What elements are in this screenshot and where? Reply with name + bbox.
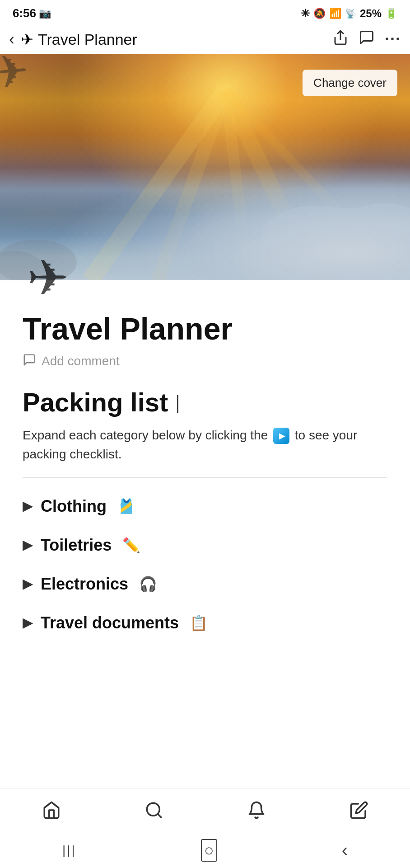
category-list: ▶ Clothing 🎽 ▶ Toiletries ✏️ ▶ Electroni…: [23, 487, 387, 642]
page-emoji-icon: ✈: [27, 253, 410, 303]
travel-docs-emoji: 📋: [190, 614, 208, 632]
cursor-indicator: [177, 395, 178, 413]
bluetooth-icon: ✳: [301, 7, 310, 20]
page-main-title: Travel Planner: [23, 312, 387, 346]
camera-icon: 📷: [39, 8, 51, 19]
clothing-arrow-icon: ▶: [23, 499, 33, 514]
status-icons: ✳ 🔕 📶 📡 25% 🔋: [301, 7, 397, 20]
category-item-toiletries[interactable]: ▶ Toiletries ✏️: [23, 526, 387, 565]
time-display: 6:56: [13, 6, 36, 20]
packing-list-title-text: Packing list: [23, 387, 168, 417]
status-time: 6:56 📷: [13, 6, 51, 20]
category-item-travel-documents[interactable]: ▶ Travel documents 📋: [23, 604, 387, 642]
nav-edit-button[interactable]: [345, 797, 373, 824]
system-nav: ||| ○ ‹: [0, 832, 410, 868]
page-content-area: ✈ Travel Planner Add comment Packing lis…: [0, 280, 410, 660]
toiletries-arrow-icon: ▶: [23, 538, 33, 552]
svg-line-1: [90, 90, 226, 280]
nav-plane-icon: ✈: [21, 30, 33, 48]
packing-list-description: Expand each category below by clicking t…: [23, 426, 387, 464]
share-button[interactable]: [332, 29, 349, 49]
clothing-label: Clothing: [41, 497, 107, 516]
main-content: Travel Planner Add comment Packing list …: [0, 303, 410, 660]
play-icon: [273, 428, 289, 444]
mute-icon: 🔕: [313, 8, 326, 19]
nav-actions: ···: [332, 29, 401, 49]
svg-point-8: [339, 203, 410, 258]
add-comment-row[interactable]: Add comment: [23, 353, 387, 370]
electronics-arrow-icon: ▶: [23, 576, 33, 591]
battery-percent: 25%: [360, 7, 382, 20]
back-button[interactable]: ‹: [9, 31, 14, 47]
svg-line-15: [158, 814, 161, 817]
back-system-button[interactable]: ‹: [342, 840, 348, 860]
packing-list-title: Packing list: [23, 388, 387, 417]
nav-home-button[interactable]: [38, 797, 65, 824]
more-options-button[interactable]: ···: [385, 30, 401, 49]
add-comment-icon: [23, 353, 36, 370]
cover-image: ✈ Change cover: [0, 54, 410, 280]
svg-line-2: [158, 90, 226, 280]
category-item-clothing[interactable]: ▶ Clothing 🎽: [23, 487, 387, 526]
recent-apps-button[interactable]: |||: [62, 843, 76, 858]
airplane-corner-icon: ✈: [0, 54, 31, 99]
svg-line-5: [226, 90, 361, 235]
section-divider: [23, 477, 387, 478]
nav-notifications-button[interactable]: [243, 797, 270, 824]
battery-icon: 🔋: [385, 8, 397, 19]
toiletries-emoji: ✏️: [122, 537, 140, 554]
description-text: Expand each category below by clicking t…: [23, 428, 268, 442]
bottom-nav: [0, 788, 410, 832]
svg-line-4: [226, 90, 316, 280]
comment-button[interactable]: [359, 29, 375, 49]
clothing-emoji: 🎽: [117, 498, 135, 515]
status-bar: 6:56 📷 ✳ 🔕 📶 📡 25% 🔋: [0, 0, 410, 25]
nav-search-button[interactable]: [140, 797, 168, 824]
signal-icon: 📡: [345, 8, 356, 19]
page-title-nav: Travel Planner: [38, 31, 332, 48]
add-comment-label: Add comment: [42, 354, 120, 368]
travel-docs-arrow-icon: ▶: [23, 615, 33, 630]
toiletries-label: Toiletries: [41, 536, 112, 555]
wifi-icon: 📶: [329, 8, 341, 19]
change-cover-button[interactable]: Change cover: [303, 70, 397, 96]
home-button[interactable]: ○: [201, 839, 217, 862]
category-item-electronics[interactable]: ▶ Electronics 🎧: [23, 565, 387, 604]
electronics-emoji: 🎧: [139, 576, 157, 593]
electronics-label: Electronics: [41, 575, 128, 594]
travel-docs-label: Travel documents: [41, 613, 179, 632]
top-nav: ‹ ✈ Travel Planner ···: [0, 25, 410, 54]
